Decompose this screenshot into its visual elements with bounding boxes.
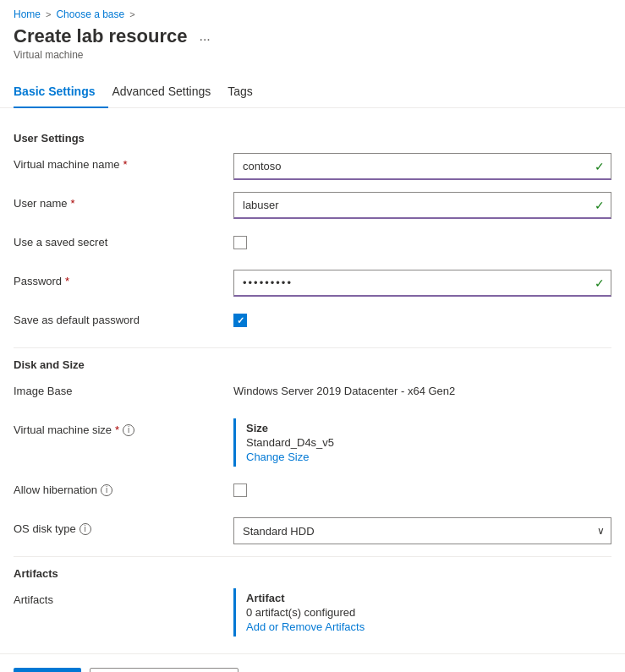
page-header: Create lab resource ... Virtual machine — [0, 24, 625, 61]
artifact-heading: Artifact — [246, 592, 611, 604]
os-disk-wrapper: Standard HDD Standard SSD Premium SSD ∨ — [233, 517, 611, 544]
password-input[interactable] — [233, 270, 611, 297]
default-password-row: Save as default password — [14, 309, 611, 336]
vm-name-row: Virtual machine name * ✓ — [14, 153, 611, 180]
saved-secret-wrapper — [233, 231, 611, 249]
artifacts-wrapper: Artifact 0 artifact(s) configured Add or… — [233, 588, 611, 636]
vm-name-label: Virtual machine name * — [14, 153, 233, 171]
breadcrumb-sep2: > — [129, 9, 134, 19]
password-label: Password * — [14, 270, 233, 287]
artifact-block: Artifact 0 artifact(s) configured Add or… — [233, 588, 611, 636]
username-input[interactable] — [233, 192, 611, 219]
image-base-wrapper: Windows Server 2019 Datacenter - x64 Gen… — [233, 380, 611, 397]
tab-advanced-settings[interactable]: Advanced Settings — [112, 76, 224, 108]
saved-secret-label: Use a saved secret — [14, 231, 233, 249]
size-heading: Size — [246, 422, 611, 434]
image-base-label: Image Base — [14, 380, 233, 397]
artifacts-section-title: Artifacts — [14, 567, 611, 580]
saved-secret-checkbox-wrapper — [233, 231, 611, 249]
artifact-count: 0 artifact(s) configured — [246, 606, 611, 619]
hibernation-checkbox-wrapper — [233, 478, 611, 497]
password-checkmark: ✓ — [595, 276, 605, 290]
add-remove-artifacts-link[interactable]: Add or Remove Artifacts — [246, 620, 611, 633]
disk-size-section-title: Disk and Size — [14, 358, 611, 371]
ellipsis-button[interactable]: ... — [194, 27, 215, 46]
default-password-label: Save as default password — [14, 309, 233, 326]
hibernation-wrapper — [233, 478, 611, 497]
os-disk-select-wrapper: Standard HDD Standard SSD Premium SSD ∨ — [233, 517, 611, 544]
vm-size-block: Size Standard_D4s_v5 Change Size — [233, 418, 611, 467]
username-checkmark: ✓ — [595, 199, 605, 212]
size-value: Standard_D4s_v5 — [246, 436, 611, 449]
username-label: User name * — [14, 192, 233, 210]
vm-name-input[interactable] — [233, 153, 611, 180]
tab-basic-settings[interactable]: Basic Settings — [14, 76, 108, 108]
username-required: * — [71, 197, 75, 210]
os-disk-info-icon[interactable]: i — [79, 523, 91, 535]
divider-1 — [14, 347, 611, 348]
password-input-wrapper: ✓ — [233, 270, 611, 297]
os-disk-label: OS disk type i — [14, 517, 233, 535]
change-size-link[interactable]: Change Size — [246, 451, 611, 463]
saved-secret-row: Use a saved secret — [14, 231, 611, 258]
image-base-value: Windows Server 2019 Datacenter - x64 Gen… — [233, 380, 611, 397]
username-row: User name * ✓ — [14, 192, 611, 219]
os-disk-select[interactable]: Standard HDD Standard SSD Premium SSD — [233, 517, 611, 544]
breadcrumb-sep1: > — [46, 9, 51, 19]
form-container: User Settings Virtual machine name * ✓ U… — [0, 108, 625, 636]
breadcrumb-home[interactable]: Home — [14, 8, 41, 20]
hibernation-info-icon[interactable]: i — [101, 484, 112, 496]
divider-2 — [14, 556, 611, 557]
hibernation-row: Allow hibernation i — [14, 478, 611, 505]
tab-tags[interactable]: Tags — [228, 76, 266, 108]
artifacts-label: Artifacts — [14, 588, 233, 606]
default-password-wrapper — [233, 309, 611, 327]
vm-size-wrapper: Size Standard_D4s_v5 Change Size — [233, 418, 611, 467]
hibernation-checkbox[interactable] — [233, 484, 247, 497]
breadcrumb: Home > Choose a base > — [0, 0, 625, 24]
default-password-checkbox-wrapper — [233, 309, 611, 327]
password-required: * — [65, 275, 69, 287]
footer: Create Next: Advanced Settings — [0, 653, 625, 672]
os-disk-row: OS disk type i Standard HDD Standard SSD… — [14, 517, 611, 544]
image-base-row: Image Base Windows Server 2019 Datacente… — [14, 380, 611, 407]
vm-name-input-wrapper: ✓ — [233, 153, 611, 180]
vm-size-info-icon[interactable]: i — [123, 424, 134, 436]
username-wrapper: ✓ — [233, 192, 611, 219]
page-subtitle: Virtual machine — [14, 49, 611, 61]
artifacts-row: Artifacts Artifact 0 artifact(s) configu… — [14, 588, 611, 636]
vm-size-row: Virtual machine size * i Size Standard_D… — [14, 418, 611, 467]
page-title: Create lab resource — [14, 25, 187, 47]
create-button[interactable]: Create — [14, 668, 81, 672]
vm-name-wrapper: ✓ — [233, 153, 611, 180]
user-settings-section-title: User Settings — [14, 132, 611, 145]
vm-name-required: * — [123, 158, 128, 171]
password-wrapper: ✓ — [233, 270, 611, 297]
next-advanced-settings-button[interactable]: Next: Advanced Settings — [90, 668, 238, 672]
vm-size-required: * — [115, 423, 119, 436]
vm-size-label: Virtual machine size * i — [14, 418, 233, 436]
vm-name-checkmark: ✓ — [595, 160, 605, 173]
breadcrumb-choose-base[interactable]: Choose a base — [56, 8, 124, 20]
password-row: Password * ✓ — [14, 270, 611, 297]
tabs-container: Basic Settings Advanced Settings Tags — [0, 76, 625, 108]
default-password-checkbox[interactable] — [233, 314, 247, 327]
hibernation-label: Allow hibernation i — [14, 478, 233, 496]
username-input-wrapper: ✓ — [233, 192, 611, 219]
saved-secret-checkbox[interactable] — [233, 236, 247, 249]
